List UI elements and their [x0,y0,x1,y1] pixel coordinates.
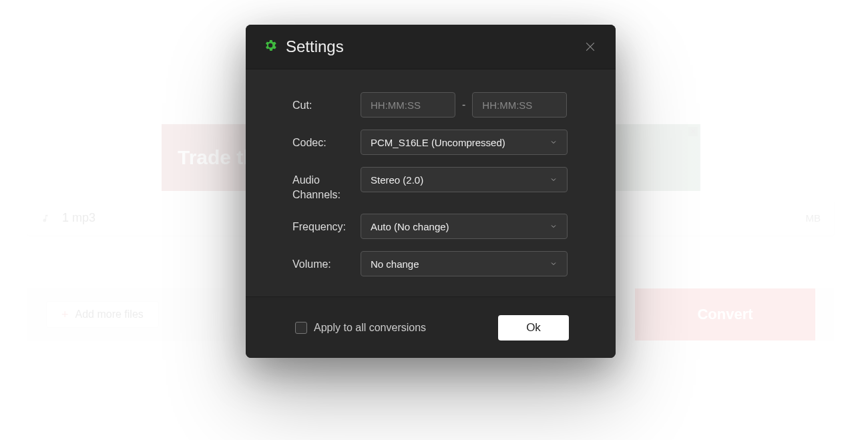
chevron-down-icon [550,174,558,186]
apply-all-checkbox[interactable] [295,322,307,334]
codec-value: PCM_S16LE (Uncompressed) [371,137,505,148]
chevron-down-icon [550,221,558,232]
row-audio-channels: Audio Channels: Stereo (2.0) [292,167,569,202]
audio-channels-select[interactable]: Stereo (2.0) [361,167,568,192]
modal-header: Settings [246,25,616,69]
label-audio-channels: Audio Channels: [292,167,361,202]
row-volume: Volume: No change [292,251,569,276]
cut-start-input[interactable] [361,92,455,118]
volume-select[interactable]: No change [361,251,568,276]
close-button[interactable] [582,39,598,55]
row-frequency: Frequency: Auto (No change) [292,214,569,239]
modal-title: Settings [286,37,344,56]
apply-all-label: Apply to all conversions [314,322,426,334]
row-cut: Cut: - [292,92,569,118]
modal-body: Cut: - Codec: PCM_S16LE (Uncompressed) A… [246,69,616,296]
chevron-down-icon [550,258,558,270]
codec-select[interactable]: PCM_S16LE (Uncompressed) [361,130,568,155]
volume-value: No change [371,258,419,270]
gear-icon [263,38,278,55]
cut-dash: - [462,99,465,111]
audio-channels-value: Stereo (2.0) [371,174,423,186]
frequency-value: Auto (No change) [371,221,449,232]
label-cut: Cut: [292,92,361,113]
settings-modal: Settings Cut: - Codec: PCM_S16LE (Uncomp… [246,25,616,358]
label-codec: Codec: [292,130,361,150]
cut-end-input[interactable] [472,92,567,118]
frequency-select[interactable]: Auto (No change) [361,214,568,239]
label-volume: Volume: [292,251,361,272]
close-icon [584,40,597,53]
row-codec: Codec: PCM_S16LE (Uncompressed) [292,130,569,155]
ok-button[interactable]: Ok [498,315,569,341]
label-frequency: Frequency: [292,214,361,234]
chevron-down-icon [550,137,558,148]
modal-footer: Apply to all conversions Ok [246,296,616,358]
